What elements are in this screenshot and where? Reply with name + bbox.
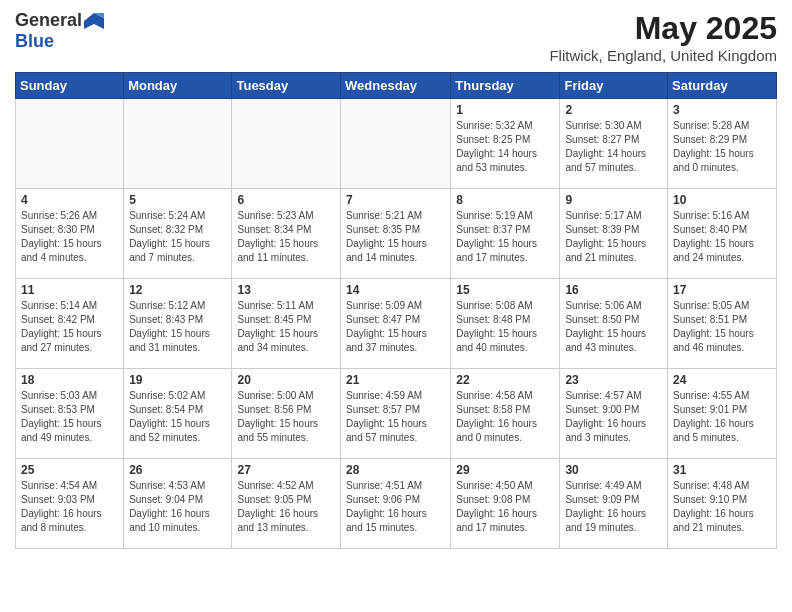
calendar-cell: 9Sunrise: 5:17 AM Sunset: 8:39 PM Daylig…: [560, 189, 668, 279]
calendar-cell: 31Sunrise: 4:48 AM Sunset: 9:10 PM Dayli…: [668, 459, 777, 549]
calendar-week-row: 1Sunrise: 5:32 AM Sunset: 8:25 PM Daylig…: [16, 99, 777, 189]
day-info: Sunrise: 5:24 AM Sunset: 8:32 PM Dayligh…: [129, 209, 226, 265]
calendar-cell: 10Sunrise: 5:16 AM Sunset: 8:40 PM Dayli…: [668, 189, 777, 279]
calendar-cell: 19Sunrise: 5:02 AM Sunset: 8:54 PM Dayli…: [124, 369, 232, 459]
day-info: Sunrise: 4:50 AM Sunset: 9:08 PM Dayligh…: [456, 479, 554, 535]
day-info: Sunrise: 5:28 AM Sunset: 8:29 PM Dayligh…: [673, 119, 771, 175]
calendar-day-header: Thursday: [451, 73, 560, 99]
calendar-week-row: 25Sunrise: 4:54 AM Sunset: 9:03 PM Dayli…: [16, 459, 777, 549]
title-block: May 2025 Flitwick, England, United Kingd…: [549, 10, 777, 64]
calendar-cell: [232, 99, 341, 189]
day-number: 7: [346, 193, 445, 207]
day-info: Sunrise: 4:59 AM Sunset: 8:57 PM Dayligh…: [346, 389, 445, 445]
calendar-day-header: Friday: [560, 73, 668, 99]
calendar-cell: 24Sunrise: 4:55 AM Sunset: 9:01 PM Dayli…: [668, 369, 777, 459]
day-number: 8: [456, 193, 554, 207]
day-info: Sunrise: 5:23 AM Sunset: 8:34 PM Dayligh…: [237, 209, 335, 265]
day-info: Sunrise: 5:05 AM Sunset: 8:51 PM Dayligh…: [673, 299, 771, 355]
day-number: 11: [21, 283, 118, 297]
calendar-cell: [124, 99, 232, 189]
day-number: 30: [565, 463, 662, 477]
logo-general-text: General: [15, 10, 82, 31]
day-info: Sunrise: 4:51 AM Sunset: 9:06 PM Dayligh…: [346, 479, 445, 535]
day-info: Sunrise: 5:11 AM Sunset: 8:45 PM Dayligh…: [237, 299, 335, 355]
day-number: 12: [129, 283, 226, 297]
day-number: 5: [129, 193, 226, 207]
calendar-cell: 26Sunrise: 4:53 AM Sunset: 9:04 PM Dayli…: [124, 459, 232, 549]
day-info: Sunrise: 5:12 AM Sunset: 8:43 PM Dayligh…: [129, 299, 226, 355]
calendar-cell: 12Sunrise: 5:12 AM Sunset: 8:43 PM Dayli…: [124, 279, 232, 369]
day-number: 24: [673, 373, 771, 387]
day-number: 26: [129, 463, 226, 477]
calendar-cell: 5Sunrise: 5:24 AM Sunset: 8:32 PM Daylig…: [124, 189, 232, 279]
day-info: Sunrise: 5:17 AM Sunset: 8:39 PM Dayligh…: [565, 209, 662, 265]
day-number: 13: [237, 283, 335, 297]
calendar-cell: 6Sunrise: 5:23 AM Sunset: 8:34 PM Daylig…: [232, 189, 341, 279]
day-number: 4: [21, 193, 118, 207]
calendar-cell: 15Sunrise: 5:08 AM Sunset: 8:48 PM Dayli…: [451, 279, 560, 369]
logo: General Blue: [15, 10, 104, 52]
calendar-cell: 29Sunrise: 4:50 AM Sunset: 9:08 PM Dayli…: [451, 459, 560, 549]
calendar-cell: [16, 99, 124, 189]
day-info: Sunrise: 4:49 AM Sunset: 9:09 PM Dayligh…: [565, 479, 662, 535]
day-info: Sunrise: 5:14 AM Sunset: 8:42 PM Dayligh…: [21, 299, 118, 355]
day-info: Sunrise: 5:32 AM Sunset: 8:25 PM Dayligh…: [456, 119, 554, 175]
day-info: Sunrise: 5:19 AM Sunset: 8:37 PM Dayligh…: [456, 209, 554, 265]
calendar-cell: 14Sunrise: 5:09 AM Sunset: 8:47 PM Dayli…: [341, 279, 451, 369]
calendar-cell: 8Sunrise: 5:19 AM Sunset: 8:37 PM Daylig…: [451, 189, 560, 279]
header: General Blue May 2025 Flitwick, England,…: [15, 10, 777, 64]
calendar-cell: 17Sunrise: 5:05 AM Sunset: 8:51 PM Dayli…: [668, 279, 777, 369]
day-number: 19: [129, 373, 226, 387]
calendar-cell: 11Sunrise: 5:14 AM Sunset: 8:42 PM Dayli…: [16, 279, 124, 369]
day-number: 18: [21, 373, 118, 387]
calendar-day-header: Sunday: [16, 73, 124, 99]
day-info: Sunrise: 4:55 AM Sunset: 9:01 PM Dayligh…: [673, 389, 771, 445]
calendar-day-header: Wednesday: [341, 73, 451, 99]
calendar-cell: 4Sunrise: 5:26 AM Sunset: 8:30 PM Daylig…: [16, 189, 124, 279]
day-number: 6: [237, 193, 335, 207]
calendar-cell: 28Sunrise: 4:51 AM Sunset: 9:06 PM Dayli…: [341, 459, 451, 549]
day-info: Sunrise: 5:21 AM Sunset: 8:35 PM Dayligh…: [346, 209, 445, 265]
page: General Blue May 2025 Flitwick, England,…: [0, 0, 792, 559]
day-number: 1: [456, 103, 554, 117]
calendar-cell: 3Sunrise: 5:28 AM Sunset: 8:29 PM Daylig…: [668, 99, 777, 189]
day-number: 16: [565, 283, 662, 297]
day-info: Sunrise: 5:06 AM Sunset: 8:50 PM Dayligh…: [565, 299, 662, 355]
day-number: 29: [456, 463, 554, 477]
day-number: 2: [565, 103, 662, 117]
day-info: Sunrise: 4:53 AM Sunset: 9:04 PM Dayligh…: [129, 479, 226, 535]
day-number: 3: [673, 103, 771, 117]
calendar-cell: 16Sunrise: 5:06 AM Sunset: 8:50 PM Dayli…: [560, 279, 668, 369]
calendar-week-row: 18Sunrise: 5:03 AM Sunset: 8:53 PM Dayli…: [16, 369, 777, 459]
day-info: Sunrise: 4:57 AM Sunset: 9:00 PM Dayligh…: [565, 389, 662, 445]
day-number: 22: [456, 373, 554, 387]
day-number: 14: [346, 283, 445, 297]
day-number: 9: [565, 193, 662, 207]
calendar: SundayMondayTuesdayWednesdayThursdayFrid…: [15, 72, 777, 549]
calendar-day-header: Monday: [124, 73, 232, 99]
day-info: Sunrise: 5:16 AM Sunset: 8:40 PM Dayligh…: [673, 209, 771, 265]
day-number: 20: [237, 373, 335, 387]
day-info: Sunrise: 4:58 AM Sunset: 8:58 PM Dayligh…: [456, 389, 554, 445]
calendar-cell: 21Sunrise: 4:59 AM Sunset: 8:57 PM Dayli…: [341, 369, 451, 459]
day-info: Sunrise: 5:03 AM Sunset: 8:53 PM Dayligh…: [21, 389, 118, 445]
calendar-cell: 30Sunrise: 4:49 AM Sunset: 9:09 PM Dayli…: [560, 459, 668, 549]
day-number: 15: [456, 283, 554, 297]
logo-icon: [84, 13, 104, 29]
calendar-day-header: Saturday: [668, 73, 777, 99]
calendar-cell: 23Sunrise: 4:57 AM Sunset: 9:00 PM Dayli…: [560, 369, 668, 459]
calendar-header-row: SundayMondayTuesdayWednesdayThursdayFrid…: [16, 73, 777, 99]
day-number: 25: [21, 463, 118, 477]
main-title: May 2025: [549, 10, 777, 47]
calendar-cell: 27Sunrise: 4:52 AM Sunset: 9:05 PM Dayli…: [232, 459, 341, 549]
calendar-cell: 1Sunrise: 5:32 AM Sunset: 8:25 PM Daylig…: [451, 99, 560, 189]
day-info: Sunrise: 5:00 AM Sunset: 8:56 PM Dayligh…: [237, 389, 335, 445]
day-info: Sunrise: 4:52 AM Sunset: 9:05 PM Dayligh…: [237, 479, 335, 535]
day-info: Sunrise: 5:08 AM Sunset: 8:48 PM Dayligh…: [456, 299, 554, 355]
calendar-week-row: 11Sunrise: 5:14 AM Sunset: 8:42 PM Dayli…: [16, 279, 777, 369]
calendar-day-header: Tuesday: [232, 73, 341, 99]
calendar-cell: 13Sunrise: 5:11 AM Sunset: 8:45 PM Dayli…: [232, 279, 341, 369]
calendar-cell: [341, 99, 451, 189]
day-number: 31: [673, 463, 771, 477]
logo-blue-text: Blue: [15, 31, 54, 51]
